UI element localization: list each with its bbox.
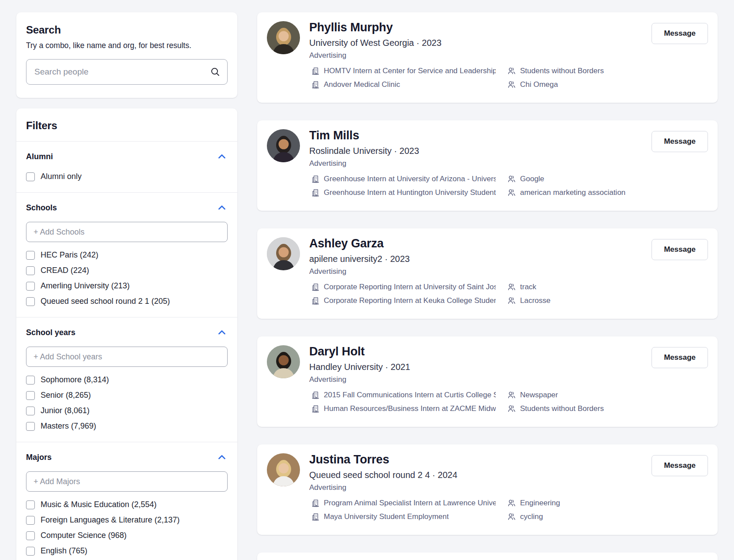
users-icon bbox=[507, 404, 516, 413]
users-icon bbox=[507, 175, 516, 183]
person-major-link[interactable]: Advertising bbox=[309, 375, 346, 384]
users-icon bbox=[507, 391, 516, 399]
filter-option-label: Alumni only bbox=[41, 172, 82, 181]
avatar[interactable] bbox=[267, 237, 300, 270]
filter-option-checkbox[interactable] bbox=[26, 266, 35, 275]
filter-option-label: Senior (8,265) bbox=[41, 391, 91, 400]
filter-section-majors: Majors Music & Music Education (2,554) F… bbox=[16, 442, 237, 560]
message-button[interactable]: Message bbox=[652, 347, 708, 368]
organization-link[interactable]: Chi Omega bbox=[507, 80, 708, 89]
filter-option-checkbox[interactable] bbox=[26, 391, 35, 400]
building-icon bbox=[311, 499, 320, 508]
person-name[interactable]: Tim Mills bbox=[309, 129, 708, 142]
add-majors-input[interactable] bbox=[26, 471, 228, 492]
person-major-link[interactable]: Advertising bbox=[309, 159, 346, 168]
message-button[interactable]: Message bbox=[652, 455, 708, 476]
message-button[interactable]: Message bbox=[652, 239, 708, 260]
building-icon bbox=[311, 404, 320, 413]
avatar[interactable] bbox=[267, 129, 300, 162]
filter-option-checkbox[interactable] bbox=[26, 282, 35, 291]
organization-link[interactable]: track bbox=[507, 283, 708, 291]
experience-link[interactable]: Human Resources/Business Intern at ZACME… bbox=[311, 404, 507, 413]
person-major-link[interactable]: Advertising bbox=[309, 51, 346, 60]
filter-option: Senior (8,265) bbox=[26, 391, 228, 400]
message-button[interactable]: Message bbox=[652, 23, 708, 44]
filter-option-checkbox[interactable] bbox=[26, 407, 35, 415]
person-name[interactable]: Phyllis Murphy bbox=[309, 21, 708, 34]
filter-option-label: Queued seed school round 2 1 (205) bbox=[41, 297, 170, 306]
filter-option-checkbox[interactable] bbox=[26, 516, 35, 525]
filter-option-label: Foreign Languages & Literature (2,137) bbox=[41, 515, 180, 525]
organization-link[interactable]: Google bbox=[507, 175, 708, 183]
filter-option: Junior (8,061) bbox=[26, 406, 228, 415]
building-icon bbox=[311, 188, 320, 197]
person-card: Phyllis Murphy University of West Georgi… bbox=[257, 12, 718, 103]
filter-section-school-years: School years Sophomore (8,314) Senior (8… bbox=[16, 317, 237, 442]
person-card: Justina Torres Queued seed school round … bbox=[257, 444, 718, 535]
building-icon bbox=[311, 296, 320, 305]
experience-link[interactable]: 2015 Fall Communications Intern at Curti… bbox=[311, 391, 507, 399]
filter-section-title: Majors bbox=[26, 453, 52, 462]
filter-section-alumni: Alumni Alumni only bbox=[16, 141, 237, 192]
filter-option-checkbox[interactable] bbox=[26, 500, 35, 509]
avatar[interactable] bbox=[267, 345, 300, 378]
filter-option-checkbox[interactable] bbox=[26, 172, 35, 181]
filter-option-label: CREAD (224) bbox=[41, 266, 89, 275]
chevron-up-icon[interactable] bbox=[216, 202, 228, 213]
organization-link[interactable]: Students without Borders bbox=[507, 404, 708, 413]
organization-link[interactable]: Engineering bbox=[507, 499, 708, 508]
building-icon bbox=[311, 80, 320, 89]
organization-link[interactable]: cycling bbox=[507, 512, 708, 521]
search-input[interactable] bbox=[26, 59, 228, 85]
building-icon bbox=[311, 67, 320, 75]
filter-option-checkbox[interactable] bbox=[26, 297, 35, 306]
person-school-year: apilene university2 · 2023 bbox=[309, 254, 708, 264]
experience-link[interactable]: Corporate Reporting Intern at University… bbox=[311, 283, 507, 291]
filter-option-checkbox[interactable] bbox=[26, 547, 35, 556]
person-school-year: University of West Georgia · 2023 bbox=[309, 38, 708, 48]
filter-option-checkbox[interactable] bbox=[26, 422, 35, 431]
people-search-page: Search Try a combo, like name and org, f… bbox=[0, 0, 734, 560]
filter-option: CREAD (224) bbox=[26, 266, 228, 275]
experience-link[interactable]: Corporate Reporting Intern at Keuka Coll… bbox=[311, 296, 507, 305]
experience-link[interactable]: Maya University Student Employment bbox=[311, 512, 507, 521]
filter-option-checkbox[interactable] bbox=[26, 531, 35, 540]
users-icon bbox=[507, 296, 516, 305]
person-name[interactable]: Justina Torres bbox=[309, 453, 708, 467]
filter-option-checkbox[interactable] bbox=[26, 376, 35, 385]
search-icon[interactable] bbox=[210, 67, 221, 77]
person-major-link[interactable]: Advertising bbox=[309, 267, 346, 276]
experience-link[interactable]: Greenhouse Intern at Huntington Universi… bbox=[311, 188, 507, 197]
organization-link[interactable]: Lacrosse bbox=[507, 296, 708, 305]
person-major-link[interactable]: Advertising bbox=[309, 483, 346, 492]
filter-option-checkbox[interactable] bbox=[26, 251, 35, 260]
organization-link[interactable]: Newspaper bbox=[507, 391, 708, 399]
message-button[interactable]: Message bbox=[652, 131, 708, 152]
person-name[interactable]: Ashley Garza bbox=[309, 237, 708, 250]
chevron-up-icon[interactable] bbox=[216, 452, 228, 463]
add-school-years-input[interactable] bbox=[26, 347, 228, 367]
building-icon bbox=[311, 175, 320, 183]
person-name[interactable]: Daryl Holt bbox=[309, 345, 708, 358]
experience-link[interactable]: Program Animal Specialist Intern at Lawr… bbox=[311, 499, 507, 508]
experience-link[interactable]: Andover Medical Clinic bbox=[311, 80, 507, 89]
chevron-up-icon[interactable] bbox=[216, 151, 228, 162]
filter-option: Masters (7,969) bbox=[26, 422, 228, 431]
filter-option-label: English (765) bbox=[41, 546, 87, 556]
experience-link[interactable]: Greenhouse Intern at University of Arizo… bbox=[311, 175, 507, 183]
add-schools-input[interactable] bbox=[26, 222, 228, 242]
person-card: Ashley Garza apilene university2 · 2023 … bbox=[257, 228, 718, 319]
building-icon bbox=[311, 283, 320, 291]
building-icon bbox=[311, 512, 320, 521]
avatar[interactable] bbox=[267, 21, 300, 54]
avatar[interactable] bbox=[267, 453, 300, 486]
experience-link[interactable]: HOMTV Intern at Center for Service and L… bbox=[311, 67, 507, 75]
organization-link[interactable]: Students without Borders bbox=[507, 67, 708, 75]
chevron-up-icon[interactable] bbox=[216, 327, 228, 338]
search-subtitle: Try a combo, like name and org, for best… bbox=[26, 41, 228, 50]
building-icon bbox=[311, 391, 320, 399]
filter-option: Music & Music Education (2,554) bbox=[26, 500, 228, 509]
sidebar: Search Try a combo, like name and org, f… bbox=[16, 12, 237, 560]
organization-link[interactable]: american marketing association bbox=[507, 188, 708, 197]
users-icon bbox=[507, 512, 516, 521]
